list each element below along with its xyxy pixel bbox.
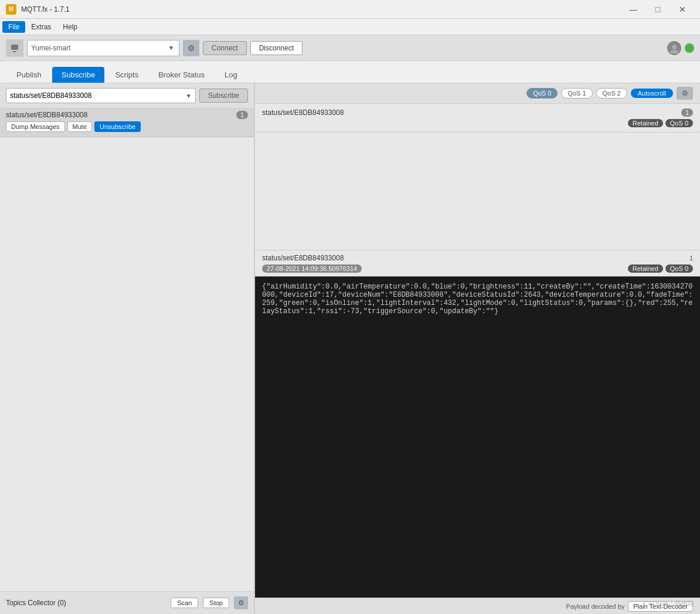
detail-meta: 27-08-2021 14:09:36.50976314 Retained Qo… [262, 264, 693, 273]
stop-button[interactable]: Stop [203, 598, 229, 608]
connection-status-dot [685, 43, 694, 53]
retained-tag: Retained [628, 119, 663, 127]
subscribe-button[interactable]: Subscribe [199, 89, 248, 103]
svg-rect-0 [11, 45, 18, 50]
autoscroll-button[interactable]: Autoscroll [631, 89, 673, 98]
menu-help[interactable]: Help [57, 21, 83, 33]
qos2-option[interactable]: QoS 2 [596, 88, 627, 99]
watermark: CSDN@小驿物联 [644, 599, 694, 608]
tab-subscribe[interactable]: Subscribe [52, 67, 105, 83]
left-panel: ▼ Subscribe status/set/E8DB84933008 1 Du… [0, 83, 255, 614]
detail-timestamp: 27-08-2021 14:09:36.50976314 [262, 264, 362, 273]
topic-item-badge: 1 [236, 111, 248, 119]
menu-extras[interactable]: Extras [25, 21, 57, 33]
payload-label: Payload decoded by [566, 603, 625, 610]
profile-dropdown-btn[interactable]: ▼ [167, 45, 175, 51]
detail-topic: status/set/E8DB84933008 [262, 254, 344, 262]
message-tags: Retained QoS 0 [262, 119, 693, 127]
qos-bar: QoS 0 QoS 1 QoS 2 Autoscroll ⚙ [255, 83, 700, 104]
menu-bar: File Extras Help [0, 19, 700, 35]
svg-rect-1 [13, 51, 16, 52]
connect-button[interactable]: Connect [203, 41, 247, 55]
settings-button[interactable]: ⚙ [183, 40, 199, 56]
maximize-button[interactable]: □ [646, 3, 670, 16]
subscribe-bar: ▼ Subscribe [0, 83, 254, 108]
dump-messages-button[interactable]: Dump Messages [6, 121, 65, 132]
message-detail-area: status/set/E8DB84933008 1 27-08-2021 14:… [255, 250, 700, 614]
qos-tag: QoS 0 [665, 119, 693, 127]
svg-point-3 [670, 50, 678, 53]
disconnect-button[interactable]: Disconnect [250, 41, 303, 55]
right-options-button[interactable]: ⚙ [677, 87, 693, 100]
main-content: ▼ Subscribe status/set/E8DB84933008 1 Du… [0, 83, 700, 614]
avatar-icon [667, 41, 681, 55]
topics-collector-label: Topics Collector (0) [6, 599, 166, 607]
qos1-option[interactable]: QoS 1 [561, 88, 592, 99]
topic-item: status/set/E8DB84933008 1 Dump Messages … [0, 108, 254, 137]
menu-file[interactable]: File [2, 21, 25, 33]
detail-number: 1 [689, 255, 693, 262]
message-header-top: status/set/E8DB84933008 1 [262, 108, 693, 117]
right-panel: QoS 0 QoS 1 QoS 2 Autoscroll ⚙ status/se… [255, 83, 700, 614]
unsubscribe-button[interactable]: Unsubscribe [94, 121, 141, 132]
topic-item-row: status/set/E8DB84933008 1 [0, 108, 254, 121]
scan-button[interactable]: Scan [171, 598, 198, 608]
tab-log[interactable]: Log [215, 67, 247, 83]
topic-input[interactable] [10, 91, 186, 100]
svg-point-2 [672, 45, 677, 49]
topic-actions: Dump Messages Mute Unsubscribe [0, 121, 254, 137]
topic-item-name: status/set/E8DB84933008 [6, 111, 87, 119]
minimize-button[interactable]: — [621, 3, 645, 16]
collector-options-button[interactable]: ⚙ [234, 596, 248, 609]
left-empty-area [0, 137, 254, 591]
message-header-area: status/set/E8DB84933008 1 Retained QoS 0 [255, 104, 700, 133]
detail-qos-tag: QoS 0 [665, 264, 693, 273]
tab-scripts[interactable]: Scripts [106, 67, 148, 83]
profile-selector[interactable]: ▼ [27, 40, 179, 56]
qos0-option[interactable]: QoS 0 [526, 88, 558, 99]
topics-collector: Topics Collector (0) Scan Stop ⚙ [0, 591, 254, 614]
app-icon: M [6, 4, 16, 15]
window-controls: — □ ✕ [621, 3, 694, 16]
toolbar: ▼ ⚙ Connect Disconnect [0, 35, 700, 61]
tab-publish[interactable]: Publish [7, 67, 51, 83]
profile-input[interactable] [31, 44, 167, 52]
title-bar: M MQTT.fx - 1.7.1 — □ ✕ [0, 0, 700, 19]
json-content: {"airHumidity":0.0,"airTemperature":0.0,… [255, 277, 700, 598]
topic-dropdown-btn[interactable]: ▼ [186, 93, 192, 99]
profile-icon-button[interactable] [6, 39, 23, 57]
topic-input-wrap: ▼ [6, 88, 196, 103]
message-list-area [255, 133, 700, 250]
message-topic: status/set/E8DB84933008 [262, 108, 344, 117]
close-button[interactable]: ✕ [671, 3, 694, 16]
tab-broker-status[interactable]: Broker Status [149, 67, 214, 83]
tab-bar: Publish Subscribe Scripts Broker Status … [0, 61, 700, 83]
message-detail-header: status/set/E8DB84933008 1 27-08-2021 14:… [255, 250, 700, 277]
title-bar-text: MQTT.fx - 1.7.1 [21, 5, 621, 13]
detail-retained-tag: Retained [628, 264, 663, 273]
payload-bar: Payload decoded by Plain Text-Decoder [255, 598, 700, 614]
mute-button[interactable]: Mute [67, 121, 92, 132]
detail-tags: Retained QoS 0 [628, 264, 693, 273]
message-badge: 1 [681, 108, 693, 117]
